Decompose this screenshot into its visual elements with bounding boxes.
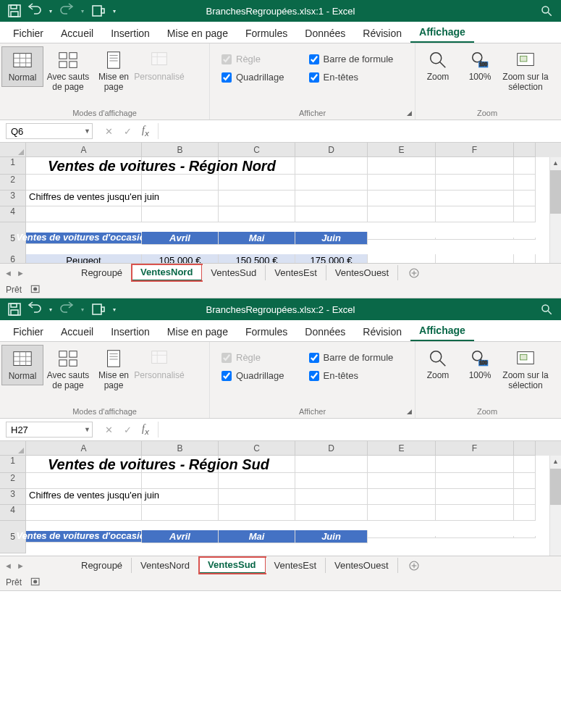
cell[interactable] (514, 456, 536, 473)
gridlines-checkbox[interactable]: Quadrillage (222, 370, 284, 381)
select-all-button[interactable] (0, 143, 26, 157)
save-icon[interactable] (6, 2, 23, 20)
cell[interactable] (368, 238, 436, 240)
cell[interactable] (26, 206, 142, 222)
ribbon-tab-affichage[interactable]: Affichage (410, 320, 474, 341)
undo-dropdown-icon[interactable]: ▾ (46, 301, 55, 318)
col-header[interactable]: B (142, 441, 219, 456)
table-header-cell[interactable]: Mai (219, 530, 295, 543)
cell[interactable] (436, 191, 514, 206)
sheet-tab-ventesouest[interactable]: VentesOuest (326, 265, 398, 280)
zoom-selection-button[interactable]: Zoom sur la sélection (501, 46, 550, 96)
zoom-100-button[interactable]: 100 100% (459, 46, 501, 85)
search-icon[interactable] (532, 0, 561, 22)
ribbon-tab-formules[interactable]: Formules (237, 322, 296, 341)
scroll-up-icon[interactable]: ▲ (550, 456, 561, 467)
ribbon-tab-mise-en-page[interactable]: Mise en page (159, 23, 237, 43)
scrollbar-thumb[interactable] (550, 469, 561, 505)
page-break-view-button[interactable]: Avec sauts de page (43, 345, 93, 394)
sheet-tab-ventessud[interactable]: VentesSud (199, 557, 265, 574)
cell[interactable] (514, 206, 536, 222)
cell[interactable] (142, 206, 219, 222)
row-header[interactable]: 4 (0, 505, 26, 521)
redo-icon[interactable] (58, 2, 75, 20)
headings-checkbox[interactable]: En-têtes (309, 72, 394, 83)
dialog-launcher-icon[interactable]: ◢ (407, 408, 412, 415)
name-box-dropdown-icon[interactable]: ▼ (84, 426, 90, 433)
normal-view-button[interactable]: Normal (1, 46, 43, 87)
sheet-tab-ventesest[interactable]: VentesEst (266, 265, 326, 280)
sheet-nav-right-icon[interactable]: ► (17, 561, 25, 570)
row-header[interactable]: 4 (0, 206, 26, 222)
cell[interactable] (295, 157, 368, 175)
formula-bar-checkbox[interactable]: Barre de formule (309, 352, 394, 363)
cell[interactable] (436, 536, 514, 538)
cell[interactable] (514, 157, 536, 175)
ribbon-tab-donnees[interactable]: Données (296, 322, 354, 341)
cell[interactable] (368, 206, 436, 222)
sheet-nav-left-icon[interactable]: ◄ (4, 269, 12, 277)
ribbon-tab-fichier[interactable]: Fichier (4, 322, 52, 341)
col-header[interactable]: A (26, 143, 142, 157)
ribbon-tab-insertion[interactable]: Insertion (102, 322, 159, 341)
cell[interactable] (514, 489, 536, 505)
ribbon-tab-donnees[interactable]: Données (296, 23, 354, 43)
sheet-nav-arrows[interactable]: ◄► (0, 269, 29, 277)
redo-dropdown-icon[interactable]: ▾ (78, 301, 87, 318)
sheet-nav-right-icon[interactable]: ► (17, 269, 25, 277)
cell[interactable] (295, 473, 368, 489)
col-header[interactable] (514, 441, 536, 456)
cell[interactable] (295, 175, 368, 191)
gridlines-checkbox[interactable]: Quadrillage (222, 72, 284, 83)
vertical-scrollbar[interactable]: ▲ (549, 456, 561, 556)
cell[interactable] (436, 157, 514, 175)
cell[interactable] (368, 175, 436, 191)
col-header[interactable]: E (368, 143, 436, 157)
quick-print-icon[interactable] (90, 2, 107, 20)
cell[interactable] (142, 505, 219, 521)
zoom-button[interactable]: Zoom (417, 46, 459, 85)
ribbon-tab-affichage[interactable]: Affichage (410, 22, 474, 43)
cell[interactable] (219, 489, 295, 505)
row-header[interactable]: 2 (0, 473, 26, 489)
ribbon-tab-revision[interactable]: Révision (354, 23, 410, 43)
cell[interactable] (142, 175, 219, 191)
cell[interactable]: 175 000 € (295, 254, 368, 263)
fx-icon[interactable]: fx (138, 125, 153, 138)
ribbon-tab-mise-en-page[interactable]: Mise en page (159, 322, 237, 341)
cell[interactable] (368, 254, 436, 263)
cell[interactable] (219, 473, 295, 489)
cell[interactable] (436, 505, 514, 521)
cell[interactable] (514, 238, 536, 240)
cell[interactable] (295, 456, 368, 473)
name-box-dropdown-icon[interactable]: ▼ (84, 127, 90, 135)
cell[interactable] (514, 536, 536, 538)
macro-record-icon[interactable] (30, 285, 42, 296)
cell[interactable]: 105 000 € (142, 254, 219, 263)
page-layout-view-button[interactable]: Mise en page (93, 345, 135, 394)
table-header-cell[interactable]: Ventes de voitures d'occasion (26, 531, 142, 543)
new-sheet-button[interactable] (404, 265, 424, 281)
cell[interactable]: Ventes de voitures - Région Sud (142, 456, 219, 473)
scrollbar-thumb[interactable] (550, 170, 561, 214)
quick-print-icon[interactable] (90, 301, 107, 318)
col-header[interactable]: B (142, 143, 219, 157)
cell[interactable] (368, 489, 436, 505)
undo-icon[interactable] (26, 2, 43, 20)
cell[interactable] (514, 175, 536, 191)
col-header[interactable] (514, 143, 536, 157)
page-break-view-button[interactable]: Avec sauts de page (43, 46, 93, 96)
col-header[interactable]: C (219, 143, 295, 157)
ribbon-tab-revision[interactable]: Révision (354, 322, 410, 341)
cell[interactable] (26, 473, 142, 489)
new-sheet-button[interactable] (404, 558, 424, 574)
table-header-cell[interactable]: Juin (295, 232, 368, 245)
row-header[interactable]: 2 (0, 175, 26, 191)
col-header[interactable]: D (295, 441, 368, 456)
sheet-tab-regroupe[interactable]: Regroupé (72, 265, 132, 280)
cell[interactable] (514, 473, 536, 489)
ribbon-tab-accueil[interactable]: Accueil (52, 23, 102, 43)
cell[interactable] (436, 206, 514, 222)
row-header[interactable]: 6 (0, 254, 26, 263)
cell[interactable] (219, 191, 295, 206)
